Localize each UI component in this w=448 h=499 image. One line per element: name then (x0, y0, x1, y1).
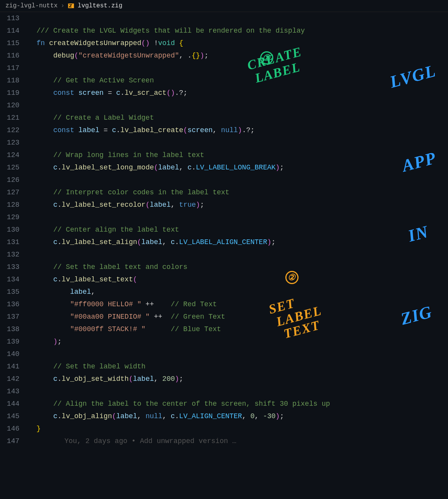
token-punc (36, 276, 53, 283)
token-var: label (141, 238, 162, 246)
code-content[interactable]: // Get the Active Screen (29, 74, 448, 87)
code-content[interactable]: const screen = c.lv_scr_act().?; (29, 87, 448, 99)
code-content[interactable]: label, (29, 286, 448, 298)
code-content[interactable]: // Create a Label Widget (29, 112, 448, 124)
line-number: 121 (0, 112, 27, 124)
code-content[interactable]: /// Create the LVGL Widgets that will be… (29, 24, 448, 37)
line-number: 134 (0, 273, 27, 286)
token-punc: . (57, 375, 62, 383)
code-content[interactable]: "#0000ff STACK!# " // Blue Text (29, 323, 448, 335)
code-line[interactable]: 147You, 2 days ago • Add unwrapped versi… (0, 435, 448, 447)
code-content[interactable]: // Interpret color codes in the label te… (29, 186, 448, 199)
line-number: 146 (0, 422, 27, 435)
code-content[interactable]: // Align the label to the center of the … (29, 398, 448, 410)
token-brace: {} (192, 52, 200, 59)
code-content[interactable]: You, 2 days ago • Add unwrapped version … (29, 435, 448, 447)
token-fn: lv_obj_align (62, 412, 112, 420)
token-punc: ; (271, 238, 276, 246)
code-line[interactable]: 114/// Create the LVGL Widgets that will… (0, 24, 448, 37)
token-punc (36, 89, 53, 97)
code-line[interactable]: 121 // Create a Label Widget (0, 112, 448, 124)
code-content[interactable]: "#00aa00 PINEDIO# " ++ // Green Text (29, 311, 448, 323)
code-line[interactable]: 129 (0, 211, 448, 223)
code-line[interactable]: 120 (0, 99, 448, 112)
code-line[interactable]: 113 (0, 12, 448, 24)
code-line[interactable]: 134 c.lv_label_set_text( (0, 273, 448, 286)
token-punc: , (162, 412, 171, 420)
token-punc: ; (179, 375, 183, 383)
code-line[interactable]: 136 "#ff0000 HELLO# " ++ // Red Text (0, 298, 448, 311)
code-line[interactable]: 140 (0, 348, 448, 360)
code-content[interactable]: } (29, 422, 448, 435)
line-number: 126 (0, 174, 27, 186)
code-line[interactable]: 130 // Center align the label text (0, 223, 448, 236)
token-var: c (53, 164, 57, 171)
token-punc: , (242, 412, 250, 420)
code-line[interactable]: 117 (0, 62, 448, 74)
code-line[interactable]: 135 label, (0, 286, 448, 298)
token-punc (36, 151, 53, 159)
code-line[interactable]: 128 c.lv_label_set_recolor(label, true); (0, 199, 448, 211)
token-fn: lv_obj_set_width (62, 375, 129, 383)
token-num: 0 (250, 412, 255, 420)
token-paren: ) (200, 52, 204, 59)
token-punc: , . (179, 52, 191, 59)
code-content[interactable]: // Center align the label text (29, 223, 448, 236)
code-line[interactable]: 133 // Set the label text and colors (0, 261, 448, 273)
svg-rect-0 (68, 3, 74, 8)
code-line[interactable]: 137 "#00aa00 PINEDIO# " ++ // Green Text (0, 311, 448, 323)
code-line[interactable]: 126 (0, 174, 448, 186)
token-paren: ( (137, 238, 141, 246)
token-var: label (70, 288, 91, 296)
code-line[interactable]: 142 c.lv_obj_set_width(label, 200); (0, 373, 448, 385)
token-var: c (171, 238, 175, 246)
code-line[interactable]: 143 (0, 385, 448, 398)
code-line[interactable]: 118 // Get the Active Screen (0, 74, 448, 87)
token-punc: , (179, 164, 188, 171)
line-number: 118 (0, 74, 27, 87)
token-fn: lv_scr_act (125, 89, 167, 97)
token-fn: lv_label_set_long_mode (62, 164, 154, 171)
token-var: c (116, 89, 120, 97)
code-content[interactable]: c.lv_obj_set_width(label, 200); (29, 373, 448, 385)
code-line[interactable]: 119 const screen = c.lv_scr_act().?; (0, 87, 448, 99)
code-line[interactable]: 144 // Align the label to the center of … (0, 398, 448, 410)
code-editor[interactable]: 113114/// Create the LVGL Widgets that w… (0, 12, 448, 447)
code-content[interactable]: "#ff0000 HELLO# " ++ // Red Text (29, 298, 448, 311)
code-line[interactable]: 116 debug("createWidgetsUnwrapped", .{})… (0, 49, 448, 62)
code-content[interactable]: fn createWidgetsUnwrapped() !void { (29, 37, 448, 49)
code-line[interactable]: 125 c.lv_label_set_long_mode(label, c.LV… (0, 161, 448, 174)
code-line[interactable]: 115fn createWidgetsUnwrapped() !void { (0, 37, 448, 49)
token-punc: ; (200, 201, 204, 209)
code-line[interactable]: 124 // Wrap long lines in the label text (0, 149, 448, 161)
token-comment: // Interpret color codes in the label te… (53, 188, 229, 196)
code-content[interactable]: // Wrap long lines in the label text (29, 149, 448, 161)
token-var: c (188, 164, 192, 171)
code-content[interactable]: ); (29, 335, 448, 348)
code-line[interactable]: 138 "#0000ff STACK!# " // Blue Text (0, 323, 448, 335)
code-content[interactable]: debug("createWidgetsUnwrapped", .{}); (29, 49, 448, 62)
code-line[interactable]: 145 c.lv_obj_align(label, null, c.LV_ALI… (0, 410, 448, 422)
code-line[interactable]: 139 ); (0, 335, 448, 348)
breadcrumb-folder[interactable]: zig-lvgl-nuttx (5, 2, 57, 9)
code-line[interactable]: 132 (0, 248, 448, 261)
code-content[interactable]: // Set the label width (29, 360, 448, 373)
code-content[interactable]: c.lv_label_set_recolor(label, true); (29, 199, 448, 211)
code-content[interactable]: c.lv_label_set_text( (29, 273, 448, 286)
code-content[interactable]: c.lv_label_set_long_mode(label, c.LV_LAB… (29, 161, 448, 174)
token-keyword: const (53, 126, 78, 134)
code-line[interactable]: 127 // Interpret color codes in the labe… (0, 186, 448, 199)
code-content[interactable]: const label = c.lv_label_create(screen, … (29, 124, 448, 136)
breadcrumb-file[interactable]: lvgltest.zig (78, 2, 122, 9)
breadcrumb[interactable]: zig-lvgl-nuttx › lvgltest.zig (0, 0, 448, 12)
code-content[interactable]: // Set the label text and colors (29, 261, 448, 273)
token-var: c (53, 276, 57, 283)
code-line[interactable]: 122 const label = c.lv_label_create(scre… (0, 124, 448, 136)
line-number: 125 (0, 161, 27, 174)
code-line[interactable]: 123 (0, 136, 448, 149)
code-content[interactable]: c.lv_obj_align(label, null, c.LV_ALIGN_C… (29, 410, 448, 422)
code-line[interactable]: 141 // Set the label width (0, 360, 448, 373)
code-line[interactable]: 146} (0, 422, 448, 435)
code-line[interactable]: 131 c.lv_label_set_align(label, c.LV_LAB… (0, 236, 448, 248)
code-content[interactable]: c.lv_label_set_align(label, c.LV_LABEL_A… (29, 236, 448, 248)
